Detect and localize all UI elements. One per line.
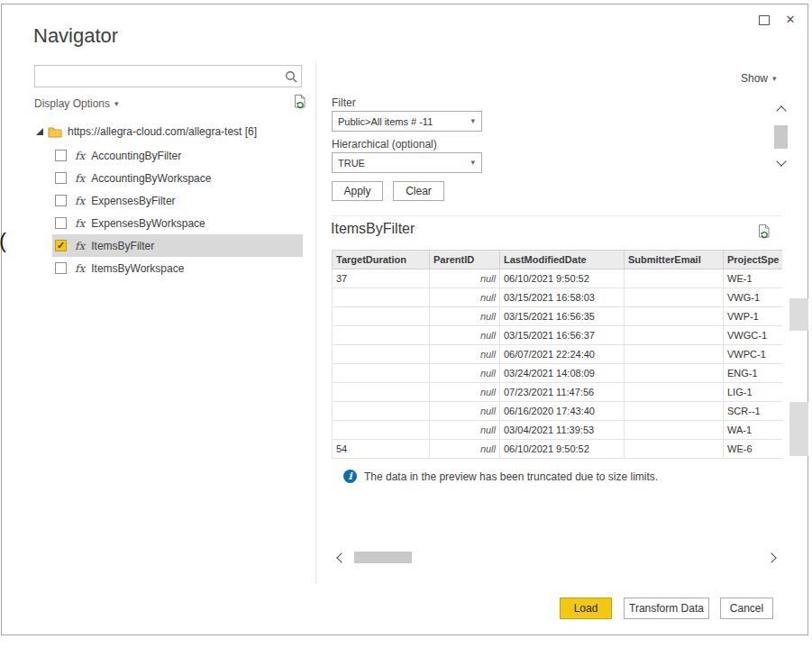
caret-down-icon: ▾ <box>772 75 777 83</box>
preview-title: ItemsByFilter <box>331 221 415 237</box>
display-options-dropdown[interactable]: Display Options ▾ <box>34 97 119 110</box>
scrollbar-thumb[interactable] <box>354 552 412 563</box>
info-icon: i <box>343 470 357 483</box>
load-button[interactable]: Load <box>560 598 612 619</box>
table-cell: SCR--1 <box>724 402 783 421</box>
maximize-button[interactable] <box>755 12 773 28</box>
column-header[interactable]: ProjectSpe <box>724 251 783 269</box>
table-cell <box>625 326 724 345</box>
scroll-up-icon[interactable] <box>776 105 786 115</box>
table-row: null03/04/2021 11:39:53WA-1 <box>333 421 783 440</box>
table-cell <box>625 269 724 288</box>
tree-item-AccountingByWorkspace[interactable]: fxAccountingByWorkspace <box>52 167 303 189</box>
clear-button[interactable]: Clear <box>393 181 444 201</box>
checkbox[interactable] <box>55 217 67 229</box>
tree-item-ItemsByFilter[interactable]: fxItemsByFilter <box>52 234 303 257</box>
tree-item-ExpensesByWorkspace[interactable]: fxExpensesByWorkspace <box>52 212 303 234</box>
horizontal-scrollbar[interactable] <box>332 551 781 564</box>
tree-item-ItemsByWorkspace[interactable]: fxItemsByWorkspace <box>52 257 303 279</box>
filter-label: Filter <box>332 96 356 109</box>
table-cell: 03/04/2021 11:39:53 <box>500 421 625 440</box>
refresh-icon[interactable] <box>294 94 307 113</box>
truncation-text: The data in the preview has been truncat… <box>364 470 658 483</box>
search-icon[interactable] <box>281 70 301 83</box>
table-cell <box>625 288 724 307</box>
checkbox-checked[interactable] <box>55 240 67 251</box>
folder-icon <box>48 126 62 138</box>
checkbox[interactable] <box>55 195 67 206</box>
expand-collapse-icon[interactable] <box>36 128 43 135</box>
table-cell <box>333 364 430 383</box>
screen-edge-artifact: ( <box>0 228 6 253</box>
table-cell: 06/16/2020 17:43:40 <box>500 402 625 421</box>
search-input[interactable] <box>35 66 281 87</box>
table-header-row: TargetDurationParentIDLastModifiedDateSu… <box>333 251 783 269</box>
tree-item-label: ItemsByFilter <box>91 240 154 252</box>
scrollbar-thumb[interactable] <box>774 125 788 149</box>
caret-down-icon: ▾ <box>470 117 475 125</box>
table-cell: null <box>430 326 500 345</box>
tree-item-ExpensesByFilter[interactable]: fxExpensesByFilter <box>52 189 303 212</box>
column-header[interactable]: SubmitterEmail <box>625 251 724 269</box>
table-cell: 03/15/2021 16:58:03 <box>500 288 625 307</box>
table-cell: 54 <box>333 440 430 459</box>
table-cell <box>625 383 724 402</box>
table-row: null03/15/2021 16:58:03VWG-1 <box>333 288 783 307</box>
table-row: null03/15/2021 16:56:35VWP-1 <box>333 307 783 326</box>
checkbox[interactable] <box>55 172 67 184</box>
scroll-down-icon[interactable] <box>776 156 786 166</box>
table-cell <box>625 440 724 459</box>
scroll-right-icon[interactable] <box>766 552 776 562</box>
scroll-left-icon[interactable] <box>336 552 346 562</box>
apply-button[interactable]: Apply <box>332 181 383 201</box>
preview-divider <box>331 215 782 216</box>
table-row: 54null06/10/2021 9:50:52WE-6 <box>333 440 783 459</box>
tree-item-label: ExpensesByWorkspace <box>91 217 205 230</box>
function-icon: fx <box>75 240 85 252</box>
vertical-scrollbar[interactable] <box>774 105 789 170</box>
transform-data-button[interactable]: Transform Data <box>624 598 709 619</box>
search-box <box>34 65 302 87</box>
close-button[interactable]: ✕ <box>780 10 800 28</box>
maximize-icon <box>759 15 770 25</box>
hierarchical-dropdown[interactable]: TRUE ▾ <box>332 152 482 173</box>
function-icon: fx <box>75 195 85 207</box>
table-cell <box>625 402 724 421</box>
table-cell <box>333 421 430 440</box>
checkbox[interactable] <box>55 262 67 274</box>
table-cell: null <box>430 421 500 440</box>
table-cell: 06/10/2021 9:50:52 <box>500 440 625 459</box>
refresh-preview-icon[interactable] <box>758 224 771 242</box>
filter-dropdown[interactable]: Public>All items # -11 ▾ <box>332 111 482 132</box>
tree-item-label: ExpensesByFilter <box>91 195 175 207</box>
table-cell <box>333 326 430 345</box>
column-header[interactable]: TargetDuration <box>333 251 430 269</box>
filter-value: Public>All items # -11 <box>338 116 433 127</box>
tree-item-AccountingByFilter[interactable]: fxAccountingByFilter <box>52 144 303 167</box>
column-header[interactable]: ParentID <box>430 251 500 269</box>
table-cell <box>625 345 724 364</box>
table-cell: null <box>430 269 500 288</box>
table-row: 37null06/10/2021 9:50:52WE-1 <box>333 269 783 288</box>
table-cell: null <box>430 440 500 459</box>
table-cell: VWPC-1 <box>724 345 783 364</box>
tree-children: fxAccountingByFilterfxAccountingByWorksp… <box>52 144 303 279</box>
table-row: null06/07/2021 22:24:40VWPC-1 <box>333 345 783 364</box>
column-header[interactable]: LastModifiedDate <box>500 251 625 269</box>
tree-item-label: ItemsByWorkspace <box>91 262 184 275</box>
tree-root-label: https://allegra-cloud.com/allegra-test [… <box>68 125 257 138</box>
hierarchical-value: TRUE <box>338 158 365 169</box>
show-label: Show <box>741 72 768 85</box>
table-cell: VWP-1 <box>724 307 783 326</box>
table-cell: VWG-1 <box>724 288 783 307</box>
table-cell: VWGC-1 <box>724 326 783 345</box>
show-dropdown[interactable]: Show ▾ <box>741 72 777 85</box>
cancel-button[interactable]: Cancel <box>720 598 773 619</box>
checkbox[interactable] <box>55 150 67 161</box>
caret-down-icon: ▾ <box>114 100 119 108</box>
tree-root[interactable]: https://allegra-cloud.com/allegra-test [… <box>36 121 257 142</box>
truncation-notice: i The data in the preview has been trunc… <box>343 470 658 483</box>
table-cell <box>625 307 724 326</box>
table-cell: null <box>430 288 500 307</box>
preview-table: TargetDurationParentIDLastModifiedDateSu… <box>332 250 782 461</box>
